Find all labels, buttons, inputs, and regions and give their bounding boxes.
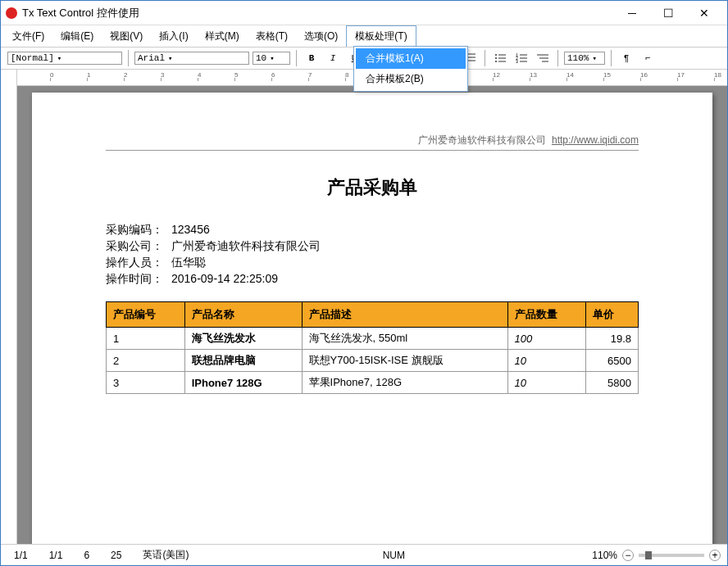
cell-price: 6500 xyxy=(586,350,639,372)
cell-id: 2 xyxy=(107,350,185,372)
list-number-button[interactable]: 123 xyxy=(512,49,530,67)
svg-text:3: 3 xyxy=(516,60,518,63)
font-combo[interactable]: Arial▾ xyxy=(134,52,249,65)
zoom-control: 110% − + xyxy=(592,550,721,561)
company-url[interactable]: http://www.iqidi.com xyxy=(552,134,639,146)
cell-qty: 10 xyxy=(507,350,586,372)
close-button[interactable]: ✕ xyxy=(686,2,722,25)
cell-name: IPhone7 128G xyxy=(184,372,302,394)
menu-table[interactable]: 表格(T) xyxy=(248,25,296,47)
info-row: 采购编码：123456 xyxy=(106,223,639,238)
menu-file[interactable]: 文件(F) xyxy=(4,25,52,47)
info-value: 2016-09-14 22:25:09 xyxy=(171,272,278,285)
info-row: 操作时间：2016-09-14 22:25:09 xyxy=(106,272,639,287)
zoom-value: 110% xyxy=(592,550,617,561)
status-line: 6 xyxy=(77,550,96,561)
col-header: 单价 xyxy=(586,302,639,328)
cell-qty: 10 xyxy=(507,372,586,394)
svg-point-1 xyxy=(495,57,497,59)
col-header: 产品编号 xyxy=(107,302,185,328)
zoom-in-button[interactable]: + xyxy=(709,550,721,561)
company-name: 广州爱奇迪软件科技有限公司 xyxy=(418,134,546,146)
merge-template-1[interactable]: 合并模板1(A) xyxy=(356,48,466,69)
zoom-out-button[interactable]: − xyxy=(622,550,634,561)
menu-style[interactable]: 样式(M) xyxy=(197,25,248,47)
table-row: 2联想品牌电脑联想Y700-15ISK-ISE 旗舰版106500 xyxy=(107,350,639,372)
col-header: 产品描述 xyxy=(302,302,507,328)
menu-template[interactable]: 模板处理(T) xyxy=(346,25,416,47)
product-table: 产品编号产品名称产品描述产品数量单价 1海飞丝洗发水海飞丝洗发水, 550ml1… xyxy=(106,301,639,394)
menu-view[interactable]: 视图(V) xyxy=(102,25,151,47)
svg-point-2 xyxy=(495,61,497,62)
window-controls: ─ ☐ ✕ xyxy=(614,2,722,25)
cell-desc: 海飞丝洗发水, 550ml xyxy=(302,328,507,350)
info-label: 操作人员： xyxy=(106,256,171,270)
col-header: 产品数量 xyxy=(507,302,586,328)
table-row: 3IPhone7 128G苹果IPhone7, 128G105800 xyxy=(107,372,639,394)
status-col: 25 xyxy=(104,550,128,561)
template-dropdown: 合并模板1(A) 合并模板2(B) xyxy=(353,46,468,92)
status-language: 英语(美国) xyxy=(136,548,195,562)
italic-button[interactable]: I xyxy=(324,49,342,67)
cell-price: 19.8 xyxy=(586,328,639,350)
marker-button[interactable]: ⌐ xyxy=(639,49,657,67)
list-bullet-button[interactable] xyxy=(491,49,509,67)
titlebar: Tx Text Control 控件使用 ─ ☐ ✕ xyxy=(1,1,727,25)
minimize-button[interactable]: ─ xyxy=(614,2,650,25)
editor-area: 0123456789101112131415161718 广州爱奇迪软件科技有限… xyxy=(1,70,727,544)
info-label: 操作时间： xyxy=(106,272,171,287)
window-title: Tx Text Control 控件使用 xyxy=(22,6,614,20)
list-outline-button[interactable] xyxy=(534,49,552,67)
cell-desc: 苹果IPhone7, 128G xyxy=(302,372,507,394)
menubar: 文件(F) 编辑(E) 视图(V) 插入(I) 样式(M) 表格(T) 选项(O… xyxy=(1,25,727,47)
status-section: 1/1 xyxy=(43,550,70,561)
bold-button[interactable]: B xyxy=(303,49,321,67)
page-header: 广州爱奇迪软件科技有限公司 http://www.iqidi.com xyxy=(106,134,639,151)
status-numlock: NUM xyxy=(376,550,412,561)
cell-qty: 100 xyxy=(507,328,586,350)
cell-name: 联想品牌电脑 xyxy=(184,350,302,372)
zoom-slider[interactable] xyxy=(639,554,704,557)
cell-id: 3 xyxy=(107,372,185,394)
app-window: Tx Text Control 控件使用 ─ ☐ ✕ 文件(F) 编辑(E) 视… xyxy=(0,0,728,566)
app-icon xyxy=(6,7,17,19)
svg-point-0 xyxy=(495,54,497,56)
info-row: 采购公司：广州爱奇迪软件科技有限公司 xyxy=(106,239,639,254)
maximize-button[interactable]: ☐ xyxy=(650,2,686,25)
table-row: 1海飞丝洗发水海飞丝洗发水, 550ml10019.8 xyxy=(107,328,639,350)
cell-desc: 联想Y700-15ISK-ISE 旗舰版 xyxy=(302,350,507,372)
col-header: 产品名称 xyxy=(184,302,302,328)
info-row: 操作人员：伍华聪 xyxy=(106,256,639,270)
document-title: 产品采购单 xyxy=(106,175,639,200)
vertical-ruler[interactable] xyxy=(1,70,17,544)
menu-insert[interactable]: 插入(I) xyxy=(151,25,196,47)
size-combo[interactable]: 10▾ xyxy=(253,52,290,65)
page: 广州爱奇迪软件科技有限公司 http://www.iqidi.com 产品采购单… xyxy=(32,93,712,544)
info-value: 广州爱奇迪软件科技有限公司 xyxy=(171,239,321,252)
info-value: 伍华聪 xyxy=(171,256,206,269)
cell-id: 1 xyxy=(107,328,185,350)
zoom-combo[interactable]: 110%▾ xyxy=(564,52,605,65)
style-combo[interactable]: [Normal]▾ xyxy=(7,52,122,65)
status-page: 1/1 xyxy=(7,550,34,561)
menu-options[interactable]: 选项(O) xyxy=(296,25,346,47)
cell-price: 5800 xyxy=(586,372,639,394)
cell-name: 海飞丝洗发水 xyxy=(184,328,302,350)
menu-edit[interactable]: 编辑(E) xyxy=(52,25,102,47)
merge-template-2[interactable]: 合并模板2(B) xyxy=(356,69,466,89)
info-block: 采购编码：123456采购公司：广州爱奇迪软件科技有限公司操作人员：伍华聪操作时… xyxy=(106,223,639,287)
info-label: 采购编码： xyxy=(106,223,171,238)
info-value: 123456 xyxy=(171,223,210,236)
document-canvas[interactable]: 广州爱奇迪软件科技有限公司 http://www.iqidi.com 产品采购单… xyxy=(17,86,727,544)
statusbar: 1/1 1/1 6 25 英语(美国) NUM 110% − + xyxy=(1,544,727,565)
info-label: 采购公司： xyxy=(106,239,171,254)
pilcrow-button[interactable]: ¶ xyxy=(617,49,635,67)
